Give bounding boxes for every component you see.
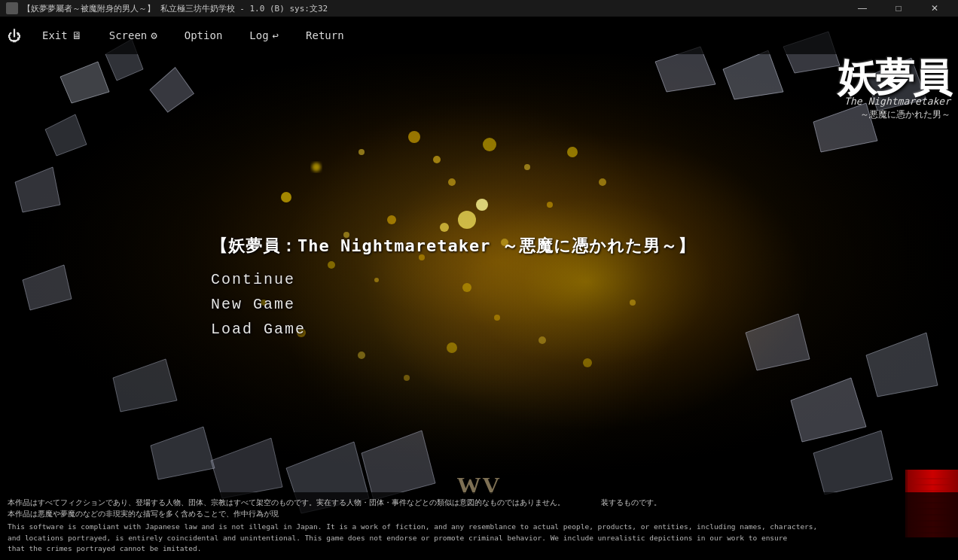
window-title: 【妖夢夢屬者～被魔附身的男人～】 私立極三坊牛奶学校 - 1.0 (B) sys… <box>23 3 845 14</box>
option-menu-item[interactable]: Option <box>178 26 229 44</box>
japanese-disclaimer: 本作品はすべてフィクションであり、登場する人物、団体、宗教はすべて架空のものです… <box>8 497 950 519</box>
power-icon[interactable]: ⏻ <box>8 28 21 44</box>
option-label: Option <box>185 29 223 41</box>
title-bar: 【妖夢夢屬者～被魔附身的男人～】 私立極三坊牛奶学校 - 1.0 (B) sys… <box>0 0 958 17</box>
maximize-button[interactable]: □ <box>881 0 916 17</box>
close-button[interactable]: ✕ <box>917 0 952 17</box>
log-menu-item[interactable]: Log ↩ <box>243 26 285 44</box>
logo-english-text: The Nightmaretaker <box>740 96 950 107</box>
load-game-button[interactable]: Load Game <box>211 321 695 338</box>
minimize-button[interactable]: — <box>845 0 880 17</box>
logo-main-text: 妖夢員 <box>740 58 950 97</box>
return-label: Return <box>306 29 344 41</box>
english-disclaimer: This software is compliant with Japanese… <box>8 522 950 554</box>
game-area: ⏻ Exit 🖥 Screen ⚙ Option Log ↩ Return 妖夢… <box>0 17 958 560</box>
window-controls: — □ ✕ <box>845 0 952 17</box>
logo-area: 妖夢員 The Nightmaretaker ～悪魔に憑かれた男～ <box>740 58 950 121</box>
new-game-button[interactable]: New Game <box>211 296 695 313</box>
log-label: Log <box>249 29 268 41</box>
screen-menu-item[interactable]: Screen ⚙ <box>103 26 163 44</box>
exit-label: Exit <box>42 29 68 41</box>
main-menu: 【妖夢員：The Nightmaretaker ～悪魔に憑かれた男～】 Cont… <box>211 235 695 345</box>
bottom-disclaimer: 本作品はすべてフィクションであり、登場する人物、団体、宗教はすべて架空のものです… <box>0 492 958 560</box>
screen-label: Screen <box>109 29 148 41</box>
logo-subtitle: ～悪魔に憑かれた男～ <box>740 108 950 121</box>
log-icon: ↩ <box>273 29 279 41</box>
menubar: ⏻ Exit 🖥 Screen ⚙ Option Log ↩ Return <box>0 17 958 54</box>
exit-menu-item[interactable]: Exit 🖥 <box>36 26 88 44</box>
exit-icon: 🖥 <box>72 29 82 41</box>
continue-button[interactable]: Continue <box>211 271 695 288</box>
return-menu-item[interactable]: Return <box>300 26 350 44</box>
screen-icon: ⚙ <box>151 29 157 41</box>
app-icon <box>6 2 18 14</box>
game-title: 【妖夢員：The Nightmaretaker ～悪魔に憑かれた男～】 <box>211 235 695 257</box>
